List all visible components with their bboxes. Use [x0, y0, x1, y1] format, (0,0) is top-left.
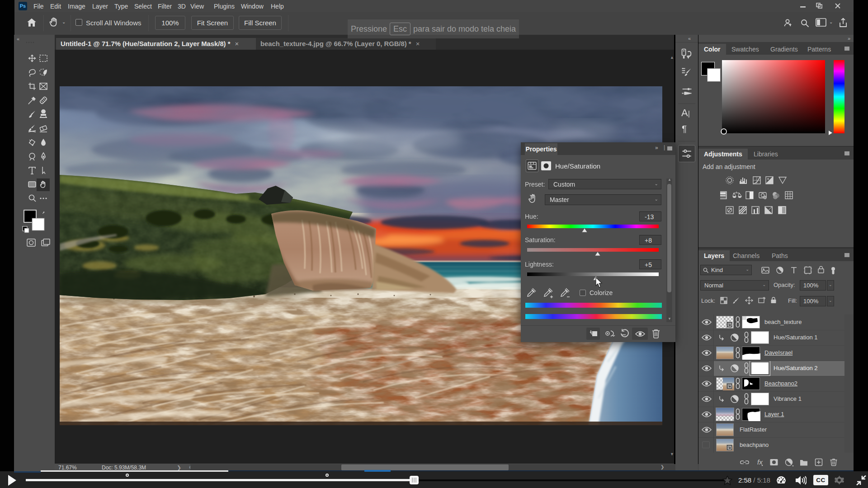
svg-text:fx: fx — [757, 458, 763, 466]
